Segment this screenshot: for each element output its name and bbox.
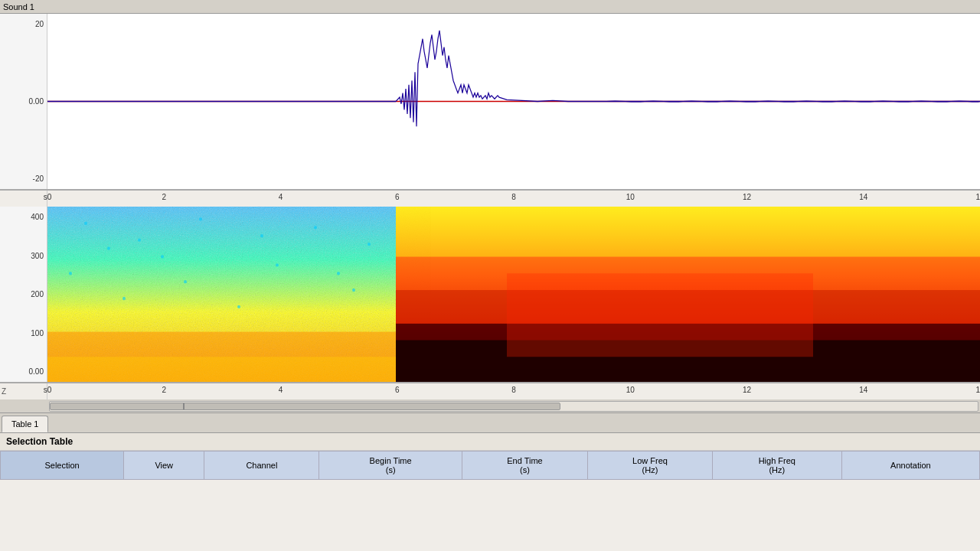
- waveform-tick-2: 2: [162, 193, 166, 201]
- spectrogram-area: [47, 207, 980, 382]
- svg-point-14: [69, 272, 72, 275]
- scrollbar-track[interactable]: [49, 401, 978, 412]
- col-selection[interactable]: Selection: [1, 452, 124, 480]
- waveform-tick-0: s0: [44, 193, 52, 201]
- spectrogram-svg: [47, 207, 980, 382]
- svg-point-19: [237, 305, 240, 308]
- waveform-y-zero: 0.00: [3, 97, 44, 106]
- svg-point-10: [161, 255, 164, 258]
- svg-point-18: [122, 297, 126, 300]
- spec-y-200: 200: [3, 290, 44, 298]
- waveform-svg: [47, 14, 980, 189]
- col-annotation[interactable]: Annotation: [841, 452, 979, 480]
- scrollbar-thumb[interactable]: [50, 403, 560, 410]
- svg-rect-24: [507, 273, 813, 357]
- waveform-panel: 20 0.00 -20: [0, 14, 980, 190]
- selection-table-container: Selection Table Selection View Channel B…: [0, 433, 980, 551]
- spec-y-300: 300: [3, 252, 44, 260]
- spec-tick-2: 2: [162, 386, 166, 394]
- spectrogram-ruler-ticks: s0 2 4 6 8 10 12 14 16: [47, 383, 980, 399]
- col-low-freq[interactable]: Low Freq(Hz): [588, 452, 713, 480]
- col-end-time[interactable]: End Time(s): [462, 452, 587, 480]
- svg-rect-26: [47, 357, 396, 382]
- waveform-tick-8: 8: [511, 193, 516, 201]
- waveform-y-axis: 20 0.00 -20: [0, 14, 47, 189]
- spectrogram-x-ruler: Z s0 2 4 6 8 10 12 14 16: [0, 383, 980, 399]
- waveform-tick-6: 6: [395, 193, 400, 201]
- spectrogram-panel: 400 300 200 100 0.00: [0, 207, 980, 383]
- waveform-x-ruler: s0 2 4 6 8 10 12 14 16: [0, 190, 980, 207]
- spectrogram-y-axis: 400 300 200 100 0.00: [0, 207, 47, 382]
- spec-tick-4: 4: [279, 386, 283, 394]
- spec-y-400: 400: [3, 213, 44, 221]
- waveform-area: [47, 14, 980, 189]
- tab-table1-label: Table 1: [11, 419, 38, 429]
- spec-tick-10: 10: [626, 386, 635, 394]
- scrollbar-area[interactable]: [0, 399, 980, 413]
- waveform-tick-12: 12: [743, 193, 751, 201]
- spec-tick-14: 14: [859, 386, 867, 394]
- ruler-spacer: [0, 191, 47, 207]
- spec-ruler-unit: Z: [2, 387, 6, 396]
- svg-point-16: [276, 263, 279, 266]
- svg-point-12: [107, 246, 110, 249]
- selection-table-title: Selection Table: [0, 433, 980, 451]
- spec-tick-12: 12: [743, 386, 751, 394]
- waveform-y-bottom: -20: [3, 174, 44, 183]
- svg-point-20: [352, 289, 355, 292]
- svg-point-17: [337, 272, 340, 275]
- waveform-tick-4: 4: [279, 193, 283, 201]
- svg-point-6: [84, 222, 87, 225]
- waveform-tick-16: 16: [975, 193, 980, 201]
- col-channel[interactable]: Channel: [204, 452, 319, 480]
- svg-point-13: [368, 243, 371, 246]
- table-header-row: Selection View Channel Begin Time(s) End…: [1, 452, 980, 480]
- svg-point-9: [260, 234, 263, 237]
- col-view[interactable]: View: [124, 452, 204, 480]
- col-high-freq[interactable]: High Freq(Hz): [712, 452, 841, 480]
- waveform-tick-10: 10: [626, 193, 635, 201]
- col-low-freq-unit: (Hz): [642, 465, 658, 474]
- waveform-ruler-ticks: s0 2 4 6 8 10 12 14 16: [47, 191, 980, 207]
- table-wrapper[interactable]: Selection View Channel Begin Time(s) End…: [0, 451, 980, 551]
- svg-point-15: [184, 280, 187, 283]
- main-container: Sound 1 20 0.00 -20: [0, 0, 980, 551]
- spec-ruler-spacer: Z: [0, 383, 47, 399]
- spec-y-0: 0.00: [3, 367, 44, 376]
- tab-area: Table 1: [0, 413, 980, 433]
- spec-tick-6: 6: [395, 386, 400, 394]
- svg-rect-23: [396, 207, 980, 256]
- scrollbar-indicator: [183, 403, 185, 409]
- col-begin-time[interactable]: Begin Time(s): [319, 452, 462, 480]
- selection-table: Selection View Channel Begin Time(s) End…: [0, 451, 980, 480]
- waveform-tick-14: 14: [859, 193, 867, 201]
- spec-y-100: 100: [3, 329, 44, 337]
- col-begin-time-unit: (s): [386, 465, 396, 474]
- svg-point-8: [199, 217, 202, 220]
- spec-tick-0: s0: [44, 386, 52, 394]
- col-high-freq-unit: (Hz): [769, 465, 785, 474]
- spec-tick-8: 8: [511, 386, 516, 394]
- svg-point-7: [138, 238, 141, 241]
- waveform-y-top: 20: [3, 20, 44, 28]
- svg-point-11: [314, 226, 317, 229]
- col-end-time-unit: (s): [520, 465, 530, 474]
- tab-table1[interactable]: Table 1: [2, 416, 48, 432]
- title-bar: Sound 1: [0, 0, 980, 14]
- spec-tick-16: 16: [975, 386, 980, 394]
- title-text: Sound 1: [3, 2, 34, 11]
